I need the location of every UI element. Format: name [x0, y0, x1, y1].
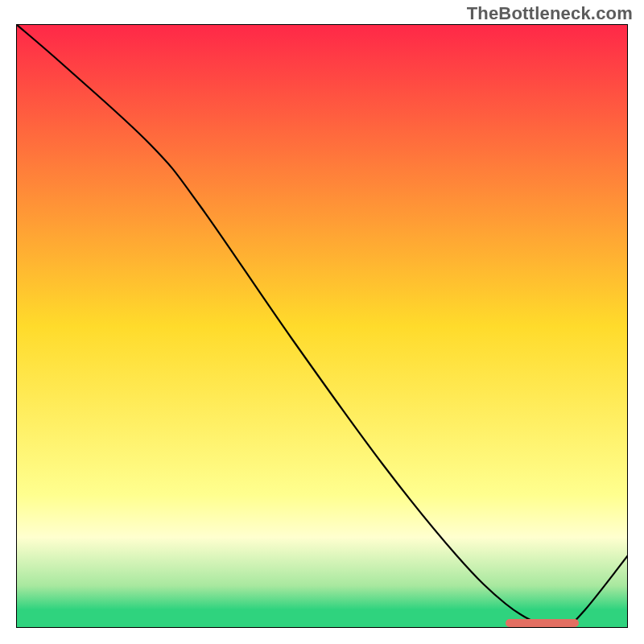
chart-stage: TheBottleneck.com [0, 0, 644, 644]
bottleneck-line-chart [16, 24, 628, 628]
watermark-text: TheBottleneck.com [467, 3, 633, 24]
optimal-range-marker [506, 619, 579, 627]
svg-rect-0 [16, 24, 628, 628]
